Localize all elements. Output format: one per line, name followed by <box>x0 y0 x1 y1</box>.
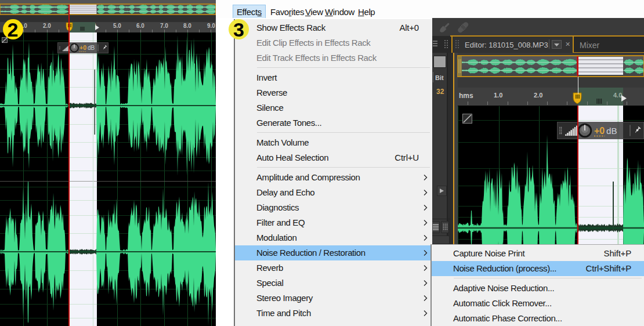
svg-text:dB: dB <box>88 45 95 51</box>
svg-text:+0: +0 <box>594 126 605 136</box>
svg-text:+0: +0 <box>79 44 86 51</box>
svg-text:dB: dB <box>606 126 617 136</box>
